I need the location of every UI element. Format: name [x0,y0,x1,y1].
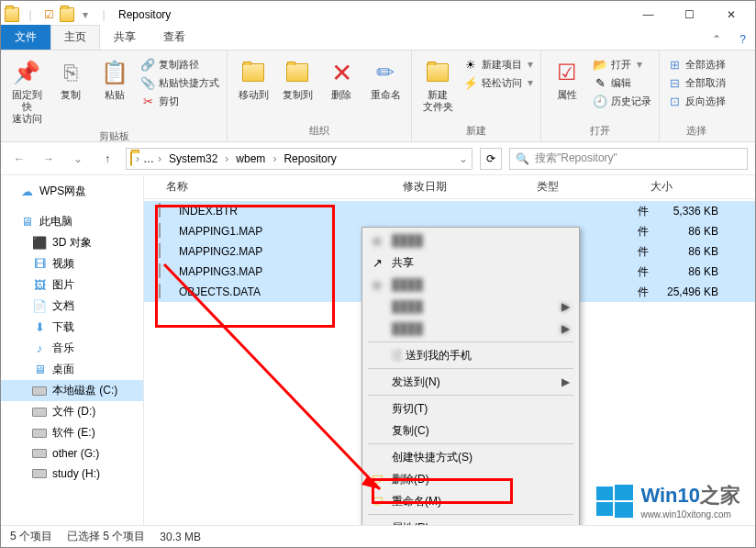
nav-back-button[interactable]: ← [8,148,30,170]
help-icon[interactable]: ? [730,29,755,50]
copy-path-button[interactable]: 🔗复制路径 [139,56,221,73]
rename-button[interactable]: ✏重命名 [365,56,406,103]
sidebar-item-documents[interactable]: 📄文档 [1,296,143,317]
ctx-item-blurred[interactable]: ████▶ [364,318,577,340]
sidebar-item-music[interactable]: ♪音乐 [1,338,143,359]
app-icon: ■ [370,233,384,248]
tab-file[interactable]: 文件 [1,25,50,50]
ctx-item-share[interactable]: ↗共享 [364,252,577,274]
move-to-button[interactable]: 移动到 [233,56,273,103]
menu-separator [368,443,573,444]
nav-up-button[interactable]: ↑ [96,148,118,170]
easy-access-button[interactable]: ⚡轻松访问▾ [461,74,535,91]
ctx-item-blurred[interactable]: ■████ [364,274,577,296]
sidebar-item-downloads[interactable]: ⬇下载 [1,317,143,338]
new-folder-button[interactable]: 新建 文件夹 [417,56,458,115]
sidebar-item-pictures[interactable]: 🖼图片 [1,274,143,296]
music-icon: ♪ [32,341,47,356]
ribbon-collapse-icon[interactable]: ⌃ [703,29,730,50]
delete-button[interactable]: ✕删除 [321,56,361,103]
svg-rect-4 [596,502,613,516]
group-label: 打开 [547,122,653,140]
maximize-button[interactable]: ☐ [669,1,710,28]
breadcrumb-chevron-icon[interactable]: › [271,152,278,165]
search-box[interactable]: 🔍 搜索"Repository" [509,148,748,170]
sidebar-item-diske[interactable]: 软件 (E:) [1,422,143,443]
ribbon-group-select: ⊞全部选择 ⊟全部取消 ⊡反向选择 选择 [660,50,733,141]
cube-icon: ⬛ [32,236,47,251]
select-all-button[interactable]: ⊞全部选择 [665,56,728,73]
address-bar[interactable]: › … › System32 › wbem › Repository ⌄ [126,148,472,170]
status-selection: 已选择 5 个项目 [67,529,145,544]
ctx-item-cut[interactable]: 剪切(T) [364,397,577,419]
svg-rect-5 [615,502,633,518]
watermark: Win10之家 www.win10xitong.com [596,482,740,520]
sidebar-item-thispc[interactable]: 🖥此电脑 [1,211,143,232]
breadcrumb-segment[interactable]: System32 [165,151,221,167]
minimize-button[interactable]: — [628,1,669,28]
sidebar-item-diskh[interactable]: study (H:) [1,464,143,484]
app-icon: ■ [370,277,384,292]
copy-to-button[interactable]: 复制到 [277,56,317,103]
qat-folder-icon[interactable] [60,7,74,22]
copy-button[interactable]: ⎘ 复制 [50,56,91,103]
breadcrumb-segment[interactable]: wbem [232,151,269,167]
ctx-item-createshortcut[interactable]: 创建快捷方式(S) [364,446,577,468]
tab-view[interactable]: 查看 [150,25,199,50]
svg-rect-3 [615,485,633,500]
properties-button[interactable]: ☑属性 [547,56,587,103]
qat-checkbox-icon[interactable]: ☑ [41,7,56,22]
breadcrumb-segment[interactable]: Repository [280,151,339,167]
paste-button[interactable]: 📋 粘贴 [94,56,135,103]
column-size[interactable]: 大小 [643,175,717,198]
ctx-item-sendtophone[interactable]: 迀 送到我的手机 [364,344,577,366]
breadcrumb-chevron-icon[interactable]: › [134,152,141,165]
open-button[interactable]: 📂打开▾ [591,56,653,73]
tab-share[interactable]: 共享 [100,25,150,50]
breadcrumb-ellipsis[interactable]: … [143,152,154,165]
refresh-button[interactable]: ⟳ [480,148,502,170]
edit-button[interactable]: ✎编辑 [591,74,653,91]
ctx-item-blurred[interactable]: ████▶ [364,296,577,318]
column-type[interactable]: 类型 [529,175,643,198]
file-row[interactable]: INDEX.BTR件5,336 KB [144,201,755,221]
nav-forward-button[interactable]: → [38,148,60,170]
column-headers: 名称 修改日期 类型 大小 [144,175,755,199]
breadcrumb-chevron-icon[interactable]: › [223,152,230,165]
paste-icon: 📋 [100,58,129,87]
history-button[interactable]: 🕘历史记录 [591,93,653,109]
select-none-button[interactable]: ⊟全部取消 [665,74,728,91]
sidebar-item-diskd[interactable]: 文件 (D:) [1,401,143,422]
ctx-item-delete[interactable]: 🛡删除(D) [364,468,577,490]
addressbar-dropdown-icon[interactable]: ⌄ [459,152,468,165]
sidebar-item-videos[interactable]: 🎞视频 [1,253,143,274]
column-date[interactable]: 修改日期 [395,175,529,198]
tab-home[interactable]: 主页 [50,25,100,50]
ctx-item-rename[interactable]: 🛡重命名(M) [364,490,577,512]
paste-shortcut-button[interactable]: 📎粘贴快捷方式 [139,74,221,91]
close-button[interactable]: ✕ [710,1,751,28]
window-buttons: — ☐ ✕ [628,1,751,28]
sidebar-item-diskc[interactable]: 本地磁盘 (C:) [1,380,143,401]
ribbon-group-clipboard: 📌 固定到快 速访问 ⎘ 复制 📋 粘贴 🔗复制路径 📎粘贴快捷方式 ✂剪切 剪… [1,50,228,141]
sidebar-item-wps[interactable]: ☁WPS网盘 [1,181,143,202]
sidebar-item-3dobjects[interactable]: ⬛3D 对象 [1,232,143,253]
video-icon: 🎞 [32,257,47,272]
ctx-item-sendto[interactable]: 发送到(N)▶ [364,371,577,393]
sidebar-item-desktop[interactable]: 🖥桌面 [1,359,143,380]
ctx-item-copy[interactable]: 复制(C) [364,419,577,442]
breadcrumb-chevron-icon[interactable]: › [156,152,163,165]
nav-recent-dropdown[interactable]: ⌄ [67,148,89,170]
sidebar-item-diskg[interactable]: other (G:) [1,443,143,464]
cut-button[interactable]: ✂剪切 [139,93,221,109]
ctx-item-blurred[interactable]: ■████ [364,229,577,252]
status-size: 30.3 MB [160,531,201,543]
new-item-button[interactable]: ☀新建项目▾ [461,56,535,73]
addressbar-folder-icon [130,152,132,165]
column-name[interactable]: 名称 [159,175,395,198]
qat-dropdown-icon[interactable]: ▾ [78,7,93,22]
menu-separator [368,395,573,396]
invert-selection-button[interactable]: ⊡反向选择 [665,93,728,109]
file-icon [159,204,173,218]
pin-quickaccess-button[interactable]: 📌 固定到快 速访问 [6,56,47,128]
